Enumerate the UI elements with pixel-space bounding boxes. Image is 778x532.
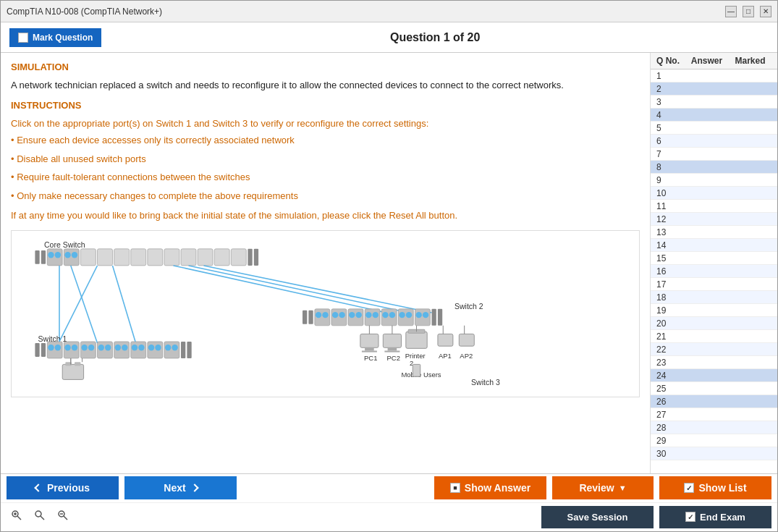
bullet-2: • Disable all unused switch ports [11,152,640,166]
main-area: SIMULATION A network technician replaced… [1,53,777,473]
question-number: 28 [651,423,683,433]
svg-point-93 [132,345,138,350]
maximize-button[interactable]: □ [743,6,754,17]
svg-point-41 [382,311,388,317]
svg-point-78 [48,345,54,350]
question-list-item[interactable]: 1 [651,69,777,83]
question-number: 15 [651,253,683,263]
question-list-item[interactable]: 6 [651,135,777,148]
question-list-item[interactable]: 3 [651,96,777,109]
question-list-item[interactable]: 13 [651,226,777,239]
minimize-button[interactable]: — [725,6,737,17]
svg-rect-26 [303,310,307,324]
question-list-item[interactable]: 24 [651,369,777,382]
svg-point-45 [406,311,412,317]
svg-point-38 [365,311,371,317]
svg-point-4 [55,252,61,258]
question-list-item[interactable]: 17 [651,278,777,291]
close-button[interactable]: ✕ [760,6,771,17]
zoom-reset-button[interactable] [30,508,50,525]
zoom-out-button[interactable] [53,508,73,525]
svg-line-111 [113,265,136,341]
network-diagram[interactable]: Core Switch [11,230,640,397]
question-list[interactable]: 1 2 3 4 5 6 7 8 9 10 11 [651,69,777,473]
question-list-item[interactable]: 16 [651,265,777,278]
svg-rect-75 [35,343,39,357]
question-list-item[interactable]: 25 [651,382,777,395]
question-number: 4 [651,110,683,120]
question-list-item[interactable]: 22 [651,343,777,356]
reset-text: If at any time you would like to bring b… [11,208,640,223]
svg-rect-17 [231,248,246,265]
question-list-item[interactable]: 8 [651,161,777,174]
end-exam-button[interactable]: ✓ End Exam [659,506,771,528]
question-list-item[interactable]: 4 [651,109,777,122]
zoom-in-button[interactable] [7,508,27,525]
svg-point-116 [35,511,41,517]
svg-point-87 [98,345,104,350]
core-switch-label: Core Switch [44,240,85,248]
svg-rect-13 [164,248,179,265]
question-list-item[interactable]: 23 [651,356,777,369]
question-list-item[interactable]: 14 [651,239,777,252]
question-list-item[interactable]: 20 [651,317,777,330]
question-number: 27 [651,410,683,420]
mark-question-button[interactable]: ✓ Mark Question [9,28,101,47]
question-number: 12 [651,214,683,224]
question-number: 20 [651,318,683,329]
svg-rect-12 [148,248,163,265]
titlebar: CompTIA N10-008 (CompTIA Network+) — □ ✕ [1,1,777,22]
question-list-item[interactable]: 10 [651,187,777,200]
review-button[interactable]: Review ▼ [552,476,654,499]
review-dropdown-icon: ▼ [619,484,627,492]
question-list-item[interactable]: 26 [651,395,777,408]
question-list-item[interactable]: 19 [651,304,777,317]
question-number: 26 [651,397,683,407]
question-list-item[interactable]: 30 [651,447,777,460]
bullet-4: • Only make necessary changes to complet… [11,189,640,203]
svg-rect-53 [362,350,377,352]
show-list-label: Show List [698,482,746,494]
end-exam-label: End Exam [700,512,745,523]
question-number: 18 [651,292,683,303]
question-list-sidebar: Q No. Answer Marked 1 2 3 4 5 6 7 8 [651,53,777,473]
svg-point-84 [81,345,87,350]
question-list-item[interactable]: 18 [651,291,777,304]
sidebar-header: Q No. Answer Marked [651,53,777,69]
question-number: 17 [651,279,683,290]
show-list-button[interactable]: ✓ Show List [659,476,771,499]
question-list-item[interactable]: 28 [651,421,777,434]
svg-point-32 [332,311,338,317]
question-list-item[interactable]: 15 [651,252,777,265]
question-list-item[interactable]: 29 [651,434,777,447]
mark-checkbox-icon: ✓ [18,33,28,43]
question-list-item[interactable]: 27 [651,408,777,421]
next-button[interactable]: Next [124,476,237,499]
question-list-item[interactable]: 12 [651,213,777,226]
svg-point-90 [115,345,121,350]
bottom-navigation: Previous Next ■ Show Answer Review ▼ ✓ S… [1,473,777,531]
question-number: 10 [651,188,683,198]
svg-line-24 [204,265,432,312]
svg-point-44 [399,311,405,317]
question-list-item[interactable]: 5 [651,122,777,135]
question-number: 21 [651,332,683,342]
question-list-item[interactable]: 2 [651,83,777,96]
svg-point-81 [64,345,70,350]
save-session-button[interactable]: Save Session [541,506,654,528]
svg-rect-11 [131,248,146,265]
app-window: CompTIA N10-008 (CompTIA Network+) — □ ✕… [0,0,778,532]
question-title: Question 1 of 20 [101,31,769,44]
show-answer-button[interactable]: ■ Show Answer [434,476,546,499]
previous-button[interactable]: Previous [7,476,119,499]
svg-rect-8 [80,248,96,265]
question-list-item[interactable]: 21 [651,330,777,343]
question-list-item[interactable]: 7 [651,148,777,161]
question-list-item[interactable]: 11 [651,200,777,213]
svg-point-7 [72,252,77,258]
question-number: 16 [651,266,683,276]
svg-point-47 [415,311,421,317]
switch2-ports [303,308,442,325]
svg-rect-1 [41,250,46,263]
question-list-item[interactable]: 9 [651,174,777,187]
